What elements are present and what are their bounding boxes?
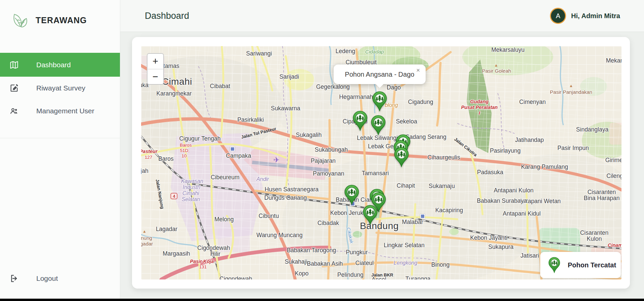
tree-marker[interactable]: [371, 115, 386, 135]
brand: TERAWANG: [0, 0, 120, 40]
map-label: Turangga: [405, 275, 430, 280]
peak-icon: ▲: [494, 63, 498, 68]
map-label: Malabar: [402, 219, 423, 226]
avatar[interactable]: A: [550, 8, 566, 24]
map-label: Sukapura: [488, 243, 514, 251]
map-label: Pasir Koja: [190, 259, 214, 264]
map-label: 10: [181, 153, 186, 158]
map-label: Sukawarna: [271, 105, 300, 112]
map-label: Pamoyanan: [313, 170, 344, 177]
map-label: 131: [199, 264, 207, 269]
logout-button[interactable]: Logout: [0, 269, 129, 288]
map-label: Cigadung: [408, 99, 433, 106]
map-label: Sarijadi: [280, 73, 299, 80]
sidebar-item-label: Dashboard: [36, 61, 71, 69]
map-label: Kebon Jayanti: [470, 234, 508, 241]
map-label: Antapani Kulon: [494, 187, 534, 194]
map-label: Lingkar Selatan: [384, 242, 425, 249]
map-label: Lebak Siliwangi: [357, 135, 398, 142]
map-label: 127: [145, 155, 153, 160]
airport-icon: ✈: [273, 156, 280, 164]
map-legend: Pohon Tercatat: [540, 252, 621, 278]
map-zoom-control: + −: [147, 53, 164, 85]
map-label: Hilir: [210, 251, 220, 258]
map-label: Dungus Cariang: [264, 194, 307, 201]
map-label: Andir: [256, 176, 269, 182]
map-label: Girimek: [605, 157, 621, 164]
map-label: Pajajaran: [311, 157, 336, 164]
map-label: Sekeloa: [396, 118, 417, 125]
map-label: Tamansari: [362, 170, 389, 177]
map-label: Baros: [158, 155, 174, 162]
map-label: Pelindung: [337, 271, 363, 278]
map-label: Cileng: [606, 173, 621, 180]
tree-marker[interactable]: [344, 185, 359, 205]
peak-icon: ▲: [142, 229, 146, 234]
users-icon: [9, 106, 19, 116]
map-label: Babakan Surabaya: [477, 197, 527, 204]
map-label: Padasuka: [477, 169, 503, 176]
map-label: Jatihandap: [515, 137, 544, 144]
map-label: Pasir Impun: [557, 145, 589, 152]
map-label: Lengkong: [394, 260, 417, 266]
map-label: Baros: [180, 143, 191, 148]
user-box[interactable]: A Hi, Admin Mitra: [550, 8, 620, 24]
station-icon: [420, 214, 425, 219]
legend-label: Pohon Tercatat: [568, 261, 616, 269]
zoom-out-button[interactable]: −: [147, 69, 163, 84]
map-label: Kebon Jeruk: [330, 210, 363, 217]
map-label: Pasteur: [141, 149, 158, 154]
map-label: Lagadar: [156, 226, 177, 233]
map-label: Dago: [387, 84, 401, 91]
tree-marker[interactable]: [394, 147, 409, 167]
sidebar-divider: [0, 138, 120, 138]
map-label: Melong: [214, 216, 233, 223]
map-label: Karangmekar: [156, 90, 191, 97]
user-greeting: Hi, Admin Mitra: [571, 12, 620, 20]
map-label: Husen Sastranegara: [265, 186, 319, 193]
map-label: Gudang: [470, 99, 489, 104]
survey-icon: [9, 83, 19, 93]
map-label: Cihapit: [397, 182, 415, 189]
map-label: I: [479, 110, 480, 116]
map-popup: Pohon Angsana - Dago ×: [334, 65, 426, 84]
map[interactable]: SariwangiotamasCimahiCibabatKarangmekarS…: [141, 46, 621, 279]
tree-marker[interactable]: [363, 205, 378, 225]
map-label: jah: [141, 167, 148, 175]
map-label: 4: [170, 193, 177, 199]
popup-close-button[interactable]: ×: [414, 67, 422, 74]
sidebar-item-riwayat-survey[interactable]: Riwayat Survey: [0, 77, 120, 100]
map-label: Sukagalih: [296, 131, 322, 139]
map-label: Babakan Asih: [307, 260, 343, 267]
map-label: Campaka: [226, 152, 251, 159]
sidebar-item-management-user[interactable]: Management User: [0, 100, 120, 122]
tree-marker[interactable]: [353, 111, 368, 131]
map-label: Sadang Serang: [405, 134, 446, 141]
map-label: Kacapiring: [435, 207, 463, 214]
popup-text: Pohon Angsana - Dago: [345, 71, 415, 78]
logout-label: Logout: [36, 274, 58, 283]
sidebar-item-dashboard[interactable]: Dashboard: [0, 53, 120, 77]
zoom-in-button[interactable]: +: [147, 54, 163, 69]
map-label: Sindanglaya: [576, 126, 608, 133]
map-label: Sukamaju: [429, 183, 455, 190]
sidebar-item-label: Management User: [36, 107, 94, 115]
sidebar: TERAWANG Dashboard Riwayat Survey Man: [0, 0, 120, 299]
map-label: Hegarmanah: [339, 93, 373, 101]
map-label: Jatisari: [520, 252, 539, 259]
tree-pin-icon: [548, 257, 560, 273]
map-label: Cimenyan: [519, 99, 546, 106]
map-label: Kopo: [295, 270, 309, 277]
brand-name: TERAWANG: [36, 15, 87, 25]
map-label: Sariwangi: [246, 50, 272, 57]
map-label: Cibeureum: [211, 174, 240, 181]
map-label: Cigondewah: [219, 275, 252, 280]
main-content: SariwangiotamasCimahiCibabatKarangmekarS…: [120, 32, 644, 299]
map-label: Gegerkalong: [316, 83, 350, 90]
map-label: Industri: [183, 184, 200, 190]
page-title: Dashboard: [145, 11, 189, 21]
map-label: 51D;: [180, 148, 190, 153]
tree-marker[interactable]: [372, 91, 387, 111]
header: Dashboard A Hi, Admin Mitra: [120, 0, 644, 32]
leaf-logo-icon: [11, 11, 31, 30]
